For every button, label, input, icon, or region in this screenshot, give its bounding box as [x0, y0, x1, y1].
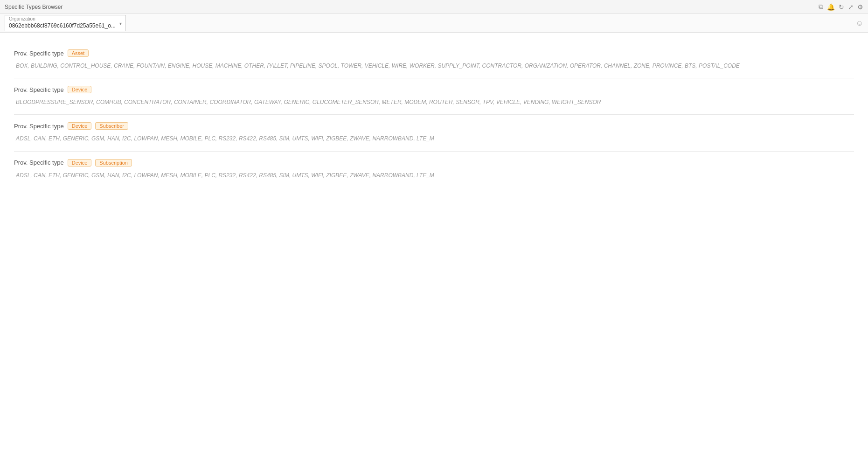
- org-value: 0862ebbb68cf8769c6160f7d25a55e61_o...: [9, 22, 122, 30]
- copy-icon[interactable]: ⧉: [819, 3, 823, 11]
- section-values: ADSL, CAN, ETH, GENERIC, GSM, HAN, I2C, …: [14, 134, 854, 143]
- badge-asset: Asset: [68, 49, 89, 57]
- org-selector[interactable]: Organization 0862ebbb68cf8769c6160f7d25a…: [5, 15, 126, 31]
- section-device: Prov. Specific typeDeviceBLOODPRESSURE_S…: [14, 78, 854, 115]
- section-header: Prov. Specific typeDeviceSubscriber: [14, 122, 854, 130]
- settings-icon[interactable]: ⚙: [857, 3, 863, 11]
- maximize-icon[interactable]: ⤢: [848, 3, 854, 11]
- org-label: Organization: [9, 16, 122, 22]
- badge-subscriber: Subscriber: [95, 122, 128, 130]
- page-title: Specific Types Browser: [5, 4, 63, 10]
- section-values: BLOODPRESSURE_SENSOR, COMHUB, CONCENTRAT…: [14, 98, 854, 107]
- bell-icon[interactable]: 🔔: [827, 3, 835, 11]
- section-label: Prov. Specific type: [14, 123, 64, 130]
- section-header: Prov. Specific typeDeviceSubscription: [14, 159, 854, 167]
- section-label: Prov. Specific type: [14, 50, 64, 57]
- badge-device: Device: [68, 159, 92, 167]
- section-asset: Prov. Specific typeAssetBOX, BUILDING, C…: [14, 42, 854, 78]
- refresh-icon[interactable]: ↻: [839, 3, 844, 11]
- top-bar: Specific Types Browser ⧉ 🔔 ↻ ⤢ ⚙: [0, 0, 868, 14]
- section-header: Prov. Specific typeDevice: [14, 86, 854, 93]
- badge-device: Device: [68, 86, 92, 93]
- user-icon[interactable]: ☺: [856, 19, 863, 28]
- main-content: Prov. Specific typeAssetBOX, BUILDING, C…: [0, 33, 868, 458]
- org-bar: Organization 0862ebbb68cf8769c6160f7d25a…: [0, 14, 868, 33]
- section-header: Prov. Specific typeAsset: [14, 49, 854, 57]
- section-label: Prov. Specific type: [14, 159, 64, 166]
- badge-subscription: Subscription: [95, 159, 132, 167]
- section-device-subscriber: Prov. Specific typeDeviceSubscriberADSL,…: [14, 115, 854, 151]
- section-device-subscription: Prov. Specific typeDeviceSubscriptionADS…: [14, 152, 854, 187]
- section-values: ADSL, CAN, ETH, GENERIC, GSM, HAN, I2C, …: [14, 171, 854, 180]
- chevron-down-icon: ▾: [119, 21, 122, 26]
- section-values: BOX, BUILDING, CONTROL_HOUSE, CRANE, FOU…: [14, 62, 854, 70]
- top-bar-icons: ⧉ 🔔 ↻ ⤢ ⚙: [819, 3, 863, 11]
- section-label: Prov. Specific type: [14, 86, 64, 93]
- badge-device: Device: [68, 122, 92, 130]
